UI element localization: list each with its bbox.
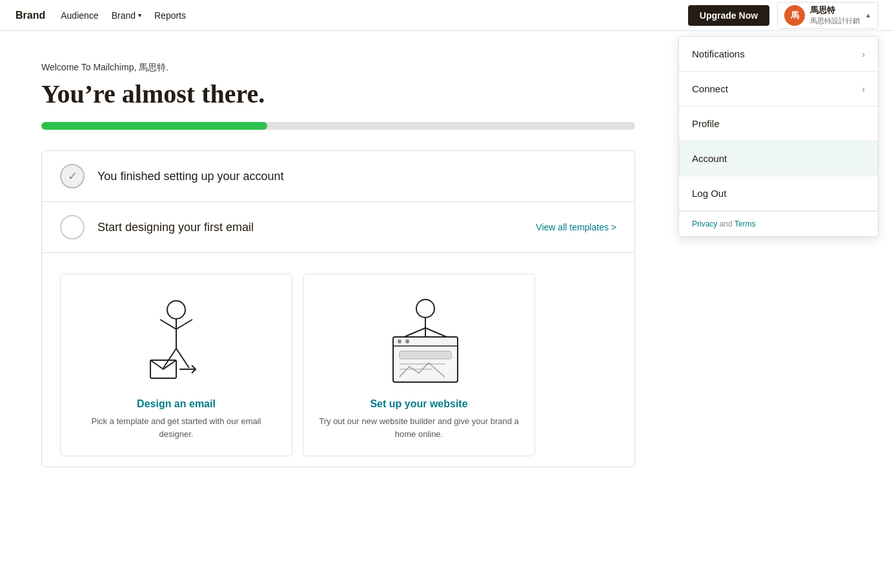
footer-and: and	[717, 219, 734, 228]
svg-line-3	[176, 319, 192, 329]
check-circle-done: ✓	[60, 164, 85, 188]
hero-title: You’re almost there.	[41, 79, 630, 109]
nav-item-audience[interactable]: Audience	[61, 10, 98, 21]
user-dropdown-menu: Notifications › Connect › Profile Accoun…	[678, 36, 879, 237]
svg-rect-14	[393, 337, 458, 382]
card-website[interactable]: Set up your website Try out our new webs…	[303, 274, 535, 456]
dropdown-item-notifications[interactable]: Notifications ›	[679, 37, 878, 72]
svg-point-0	[167, 301, 185, 319]
card-title-1: Set up your website	[370, 398, 467, 410]
card-design-email[interactable]: Design an email Pick a template and get …	[60, 274, 292, 456]
dropdown-item-logout[interactable]: Log Out	[679, 176, 878, 211]
profile-label: Profile	[692, 118, 720, 129]
card-desc-0: Pick a template and get started with our…	[74, 415, 279, 440]
nav-label-brand: Brand	[112, 10, 136, 21]
svg-point-16	[398, 340, 401, 343]
cards-row: Design an email Pick a template and get …	[42, 263, 635, 467]
card-desc-1: Try out our new website builder and give…	[316, 415, 522, 440]
welcome-text: Welcome To Mailchimp, 馬思特.	[41, 62, 630, 74]
checklist-label-0: You finished setting up your account	[97, 170, 284, 183]
nav-item-brand[interactable]: Brand ▾	[112, 10, 141, 21]
svg-point-8	[416, 299, 434, 318]
dropdown-item-profile[interactable]: Profile	[679, 106, 878, 141]
nav-label-audience: Audience	[61, 10, 98, 21]
user-menu-chevron-icon: ▲	[865, 12, 871, 19]
website-illustration	[361, 287, 477, 390]
chevron-right-icon: ›	[862, 49, 865, 59]
check-circle-empty	[60, 215, 85, 239]
terms-link[interactable]: Terms	[735, 219, 756, 228]
dropdown-footer: Privacy and Terms	[679, 211, 878, 236]
upgrade-now-button[interactable]: Upgrade Now	[688, 5, 769, 26]
chevron-right-icon: ›	[862, 84, 865, 94]
checkmark-icon: ✓	[68, 169, 77, 183]
navbar-right: Upgrade Now 馬 馬思特 馬思特設計行銷 ▲	[688, 2, 879, 29]
user-menu-button[interactable]: 馬 馬思特 馬思特設計行銷 ▲	[777, 2, 879, 29]
design-email-illustration	[118, 287, 234, 390]
checklist-item-0: ✓ You finished setting up your account	[42, 151, 635, 202]
chevron-down-icon: ▾	[138, 12, 141, 19]
svg-line-2	[160, 319, 176, 329]
svg-line-5	[176, 349, 189, 368]
notifications-label: Notifications	[692, 48, 745, 59]
account-label: Account	[692, 153, 727, 164]
user-company: 馬思特設計行銷	[810, 16, 860, 25]
progress-bar-container	[41, 122, 635, 130]
checklist-item-1-wrapper: Start designing your first email View al…	[42, 202, 635, 467]
logout-label: Log Out	[692, 188, 726, 199]
connect-label: Connect	[692, 83, 728, 94]
card-title-0: Design an email	[137, 398, 216, 410]
checklist: ✓ You finished setting up your account S…	[41, 150, 635, 467]
avatar-initials: 馬	[791, 10, 799, 21]
user-name: 馬思特	[810, 5, 860, 16]
privacy-link[interactable]: Privacy	[692, 219, 717, 228]
user-info: 馬思特 馬思特設計行銷	[810, 5, 860, 25]
svg-rect-18	[400, 351, 451, 359]
svg-point-17	[405, 340, 409, 343]
view-all-templates-link[interactable]: View all templates >	[536, 222, 616, 232]
dropdown-item-account[interactable]: Account	[679, 141, 878, 176]
navbar: Brand Audience Brand ▾ Reports Upgrade N…	[0, 0, 894, 31]
navbar-brand[interactable]: Brand	[15, 10, 45, 21]
nav-label-reports: Reports	[154, 10, 186, 21]
avatar: 馬	[784, 5, 805, 26]
nav-item-reports[interactable]: Reports	[154, 10, 186, 21]
progress-bar-fill	[41, 122, 267, 130]
main-content: Welcome To Mailchimp, 馬思特. You’re almost…	[0, 31, 671, 498]
checklist-item-1: Start designing your first email View al…	[42, 202, 635, 253]
checklist-label-1: Start designing your first email	[97, 221, 254, 234]
dropdown-item-connect[interactable]: Connect ›	[679, 72, 878, 106]
